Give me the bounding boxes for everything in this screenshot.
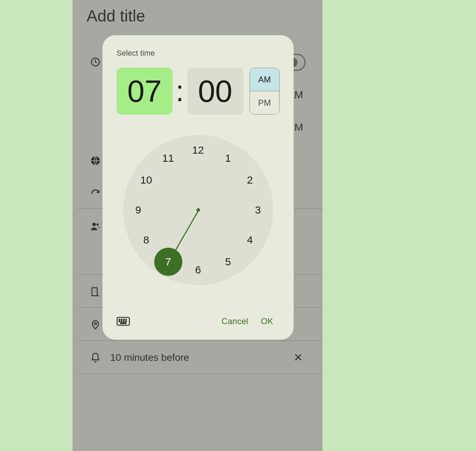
time-picker-dialog: Select time 07 : 00 AM PM 12123456891011… — [102, 35, 294, 340]
room-icon — [90, 286, 101, 297]
analog-clock[interactable]: 12123456891011 7 — [123, 135, 273, 285]
clock-number-11[interactable]: 11 — [160, 150, 177, 167]
notification-text[interactable]: 10 minutes before — [110, 352, 189, 363]
svg-rect-14 — [120, 323, 126, 324]
people-icon — [90, 221, 101, 231]
clock-number-10[interactable]: 10 — [138, 172, 155, 189]
svg-point-10 — [119, 321, 120, 322]
minute-input[interactable]: 00 — [187, 68, 243, 115]
am-button[interactable]: AM — [250, 68, 279, 91]
keyboard-input-button[interactable] — [117, 316, 130, 327]
remove-notification-button[interactable] — [293, 352, 303, 362]
time-inputs-row: 07 : 00 AM PM — [117, 68, 280, 115]
cancel-button[interactable]: Cancel — [215, 314, 255, 329]
bell-icon — [90, 352, 101, 363]
divider — [78, 373, 322, 374]
globe-icon — [90, 155, 101, 166]
location-pin-icon — [90, 319, 101, 330]
svg-point-12 — [123, 321, 124, 322]
svg-point-7 — [121, 319, 122, 320]
clock-center-dot — [196, 208, 200, 212]
clock-number-5[interactable]: 5 — [220, 253, 237, 270]
svg-point-9 — [126, 319, 127, 320]
clock-number-4[interactable]: 4 — [242, 231, 258, 248]
svg-point-4 — [94, 322, 96, 325]
svg-point-13 — [126, 321, 127, 322]
selected-hour-indicator[interactable]: 7 — [154, 248, 182, 276]
dialog-footer: Cancel OK — [117, 314, 280, 329]
clock-number-6[interactable]: 6 — [190, 261, 207, 278]
time-colon: : — [173, 68, 187, 115]
hour-input[interactable]: 07 — [117, 68, 173, 115]
clock-number-12[interactable]: 12 — [190, 142, 207, 159]
ok-button[interactable]: OK — [255, 314, 280, 329]
svg-point-2 — [92, 223, 96, 226]
svg-point-6 — [119, 319, 120, 320]
svg-point-8 — [123, 319, 124, 320]
ampm-toggle: AM PM — [250, 68, 280, 115]
clock-number-3[interactable]: 3 — [250, 202, 267, 218]
clock-icon — [90, 57, 101, 67]
event-editor-background: Add title AM PM 10 minutes before Select… — [73, 0, 322, 451]
clock-number-8[interactable]: 8 — [138, 231, 155, 248]
clock-number-1[interactable]: 1 — [220, 150, 237, 167]
svg-point-11 — [121, 321, 122, 322]
repeat-icon — [90, 188, 101, 199]
clock-number-9[interactable]: 9 — [130, 202, 147, 218]
pm-button[interactable]: PM — [250, 91, 279, 114]
svg-point-3 — [96, 223, 99, 226]
divider — [78, 340, 322, 341]
page-title[interactable]: Add title — [87, 6, 145, 25]
clock-number-2[interactable]: 2 — [242, 172, 258, 189]
dialog-title: Select time — [117, 49, 280, 58]
